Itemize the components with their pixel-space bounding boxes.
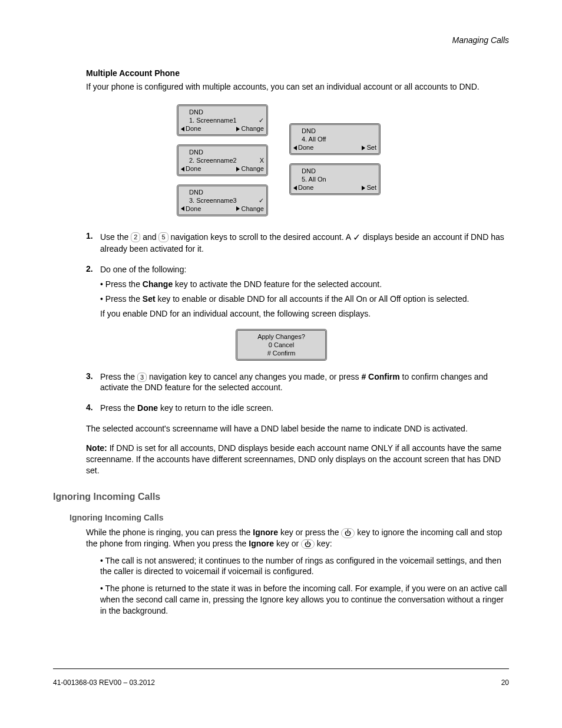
- triangle-right-icon: [236, 127, 240, 131]
- done-softkey[interactable]: Done: [293, 143, 313, 151]
- apply-changes-lcd: Apply Changes? 0 Cancel # Confirm: [236, 329, 327, 361]
- step-text: If you enable DND for an individual acco…: [100, 308, 509, 319]
- bullet-text: • Press the: [100, 279, 143, 289]
- goodbye-key-icon: ⏻: [301, 539, 315, 549]
- lcd-line: 0 Cancel: [240, 341, 323, 349]
- lcd-screen: DND 2. Screenname2 X Done Change: [177, 144, 268, 176]
- triangle-right-icon: [236, 167, 240, 172]
- lcd-col-right: DND 4. All Off Done Set DND 5. All On: [289, 123, 381, 216]
- set-key-label: Set: [143, 294, 156, 304]
- lcd-title: DND: [181, 108, 203, 116]
- check-icon: ✓: [259, 116, 264, 124]
- triangle-left-icon: [293, 146, 297, 150]
- closing-paragraph: The selected account's screenname will h…: [86, 423, 509, 434]
- set-softkey[interactable]: Set: [362, 143, 376, 151]
- step-number: 4.: [86, 403, 100, 412]
- text-fragment: Press the: [100, 403, 137, 413]
- done-softkey[interactable]: Done: [181, 205, 201, 213]
- lcd-screens-group: DND 1. Screenname1 ✓ Done Change: [177, 104, 509, 216]
- step-number: 2.: [86, 264, 100, 274]
- ring-bullet: • The phone is returned to the state it …: [100, 583, 509, 617]
- section-title: Multiple Account Phone: [86, 68, 509, 78]
- lcd-screen: DND 4. All Off Done Set: [289, 123, 381, 155]
- footer-left: 41-001368-03 REV00 – 03.2012: [53, 678, 155, 687]
- step-number: 1.: [86, 231, 100, 241]
- triangle-left-icon: [181, 206, 184, 211]
- text-fragment: key or press the: [278, 528, 341, 537]
- done-softkey[interactable]: Done: [181, 164, 201, 173]
- text-fragment: navigation keys to scroll to the desired…: [170, 232, 353, 241]
- change-softkey[interactable]: Change: [236, 205, 264, 213]
- bullet-text: • Press the: [100, 294, 143, 304]
- text-fragment: and: [143, 232, 158, 241]
- bullet-text: key to enable or disable DND for all acc…: [156, 294, 470, 304]
- ignore-key-label: Ignore: [253, 528, 278, 537]
- triangle-right-icon: [236, 206, 240, 211]
- x-icon: X: [260, 156, 264, 164]
- note-body: If DND is set for all accounts, DND disp…: [86, 443, 501, 475]
- lcd-item-label: 4. All Off: [293, 135, 326, 143]
- step-3: 3. Press the 3 navigation key to cancel …: [86, 371, 509, 397]
- ring-bullet: • The call is not answered; it continues…: [100, 555, 509, 578]
- text-fragment: While the phone is ringing, you can pres…: [86, 528, 253, 537]
- lcd-item-label: 2. Screenname2: [181, 156, 237, 164]
- text-fragment: Use the: [100, 232, 131, 241]
- chapter-title: Managing Calls: [53, 35, 509, 45]
- nav-key-5-icon: 5: [158, 232, 168, 242]
- text-fragment: key or: [274, 539, 301, 548]
- triangle-left-icon: [181, 167, 184, 172]
- text-fragment: navigation key to cancel any changes you…: [149, 372, 361, 381]
- ring-paragraph: While the phone is ringing, you can pres…: [86, 527, 509, 549]
- lcd-line: # Confirm: [240, 349, 323, 357]
- step-text: Do one of the following:: [100, 264, 509, 275]
- step-4: 4. Press the Done key to return to the i…: [86, 403, 509, 417]
- text-fragment: Press the: [100, 372, 137, 381]
- done-key-label: Done: [137, 403, 158, 413]
- nav-key-2-icon: 2: [131, 232, 140, 242]
- triangle-right-icon: [362, 186, 365, 190]
- lcd-line: Apply Changes?: [240, 332, 323, 341]
- nav-key-3-icon: 3: [137, 373, 147, 383]
- change-softkey[interactable]: Change: [236, 124, 264, 133]
- page-number: 20: [501, 678, 509, 687]
- bullet-text: key to activate the DND feature for the …: [173, 279, 382, 289]
- lcd-title: DND: [181, 148, 203, 156]
- lcd-item-label: 3. Screenname3: [181, 196, 237, 205]
- note-label: Note:: [86, 443, 110, 453]
- footer-rule: [53, 668, 509, 669]
- change-key-label: Change: [143, 279, 173, 289]
- step-number: 3.: [86, 371, 100, 381]
- lcd-screen: DND 3. Screenname3 ✓ Done Change: [177, 185, 268, 216]
- lcd-title: DND: [293, 127, 316, 135]
- done-softkey[interactable]: Done: [181, 124, 201, 133]
- set-softkey[interactable]: Set: [362, 183, 376, 192]
- heading-ignoring-calls: Ignoring Incoming Calls: [53, 492, 509, 502]
- step-2: 2. Do one of the following: • Press the …: [86, 264, 509, 323]
- triangle-left-icon: [293, 186, 297, 190]
- lcd-screen: DND 5. All On Done Set: [289, 163, 381, 195]
- bullet-text: The call is not answered; it continues t…: [100, 556, 501, 577]
- check-icon: ✓: [259, 196, 264, 205]
- lcd-col-left: DND 1. Screenname1 ✓ Done Change: [177, 104, 268, 216]
- lcd-title: DND: [293, 167, 316, 175]
- note: Note: If DND is set for all accounts, DN…: [86, 443, 509, 476]
- subheading-ignoring-calls: Ignoring Incoming Calls: [70, 513, 509, 522]
- lcd-item-label: 1. Screenname1: [181, 116, 237, 124]
- triangle-left-icon: [181, 127, 184, 131]
- check-icon: ✓: [353, 232, 361, 242]
- done-softkey[interactable]: Done: [293, 183, 313, 192]
- change-softkey[interactable]: Change: [236, 164, 264, 173]
- goodbye-key-icon: ⏻: [341, 528, 355, 538]
- text-fragment: key:: [317, 539, 332, 548]
- lcd-item-label: 5. All On: [293, 175, 326, 183]
- confirm-label: # Confirm: [361, 372, 399, 381]
- step-1: 1. Use the 2 and 5 navigation keys to sc…: [86, 231, 509, 258]
- lcd-screen: DND 1. Screenname1 ✓ Done Change: [177, 104, 268, 136]
- triangle-right-icon: [362, 146, 365, 150]
- intro-paragraph: If your phone is configured with multipl…: [86, 81, 509, 93]
- bullet-text: The phone is returned to the state it wa…: [100, 584, 507, 615]
- ignore-key-label: Ignore: [249, 539, 274, 548]
- lcd-title: DND: [181, 188, 203, 196]
- text-fragment: key to return to the idle screen.: [158, 403, 273, 413]
